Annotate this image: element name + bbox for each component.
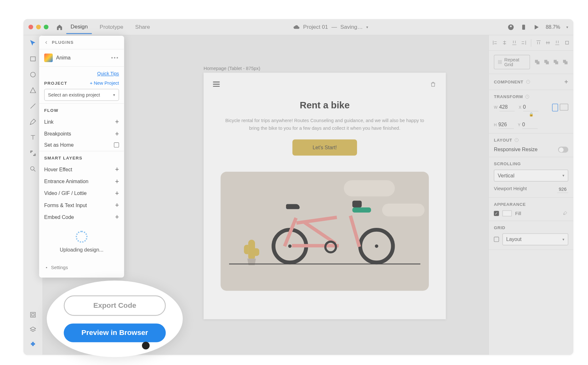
align-tools[interactable]	[489, 35, 574, 50]
plugins-icon[interactable]	[29, 341, 37, 350]
tab-prototype[interactable]: Prototype	[96, 20, 128, 34]
hero-illustration	[220, 172, 429, 291]
new-project-link[interactable]: + New Project	[90, 80, 119, 85]
artboard-tool[interactable]	[29, 150, 37, 159]
quick-tips-link[interactable]: Quick Tips	[97, 71, 119, 76]
cloud-icon	[293, 24, 300, 30]
play-icon[interactable]	[533, 24, 540, 30]
svg-rect-10	[498, 62, 499, 64]
chevron-down-icon[interactable]: ▾	[366, 25, 368, 29]
orientation-toggle[interactable]	[552, 104, 569, 111]
plugin-back[interactable]: PLUGINS	[39, 36, 124, 50]
assets-icon[interactable]	[29, 311, 37, 320]
layers-icon[interactable]	[29, 326, 37, 335]
anima-logo	[44, 54, 53, 62]
titlebar: Design Prototype Share Project 01 — Savi…	[23, 19, 573, 35]
hero-subtitle: Bicycle rental for trips anywhere! Route…	[220, 117, 429, 132]
fill-label: Fill	[515, 211, 521, 216]
tab-share[interactable]: Share	[131, 20, 154, 34]
chevron-down-icon[interactable]: ▾	[566, 25, 569, 29]
cursor-dot	[142, 342, 150, 349]
pen-tool[interactable]	[29, 118, 37, 127]
artboard[interactable]: Rent a bike Bicycle rental for trips any…	[204, 73, 446, 319]
height-field[interactable]: 926	[498, 121, 514, 129]
bike-illustration	[272, 201, 395, 265]
viewport-height-field[interactable]: 926	[557, 186, 568, 193]
uploading-status: Uploading design...	[39, 245, 124, 261]
add-component-button[interactable]: +	[564, 78, 568, 86]
fill-swatch[interactable]	[502, 210, 512, 216]
svg-point-1	[510, 25, 512, 27]
zoom-tool[interactable]	[29, 165, 37, 174]
svg-point-5	[31, 167, 34, 170]
flow-link[interactable]: Link+	[44, 116, 119, 128]
line-tool[interactable]	[29, 103, 37, 112]
responsive-toggle[interactable]	[558, 147, 568, 153]
project-name: Project 01	[303, 24, 328, 30]
property-panel: Repeat Grid COMPONENT +	[488, 35, 573, 355]
text-tool[interactable]	[29, 134, 37, 143]
plugin-name: Anima	[56, 55, 71, 61]
width-field[interactable]: 428	[499, 103, 514, 111]
transform-section: TRANSFORM	[494, 94, 568, 99]
viewport-height-label: Viewport Height	[494, 186, 527, 193]
component-section: COMPONENT +	[494, 78, 568, 86]
flow-set-home[interactable]: Set as Home	[44, 140, 119, 150]
cta-button: Let's Start!	[292, 139, 357, 156]
spinner-icon	[76, 231, 88, 243]
repeat-grid-button[interactable]: Repeat Grid	[494, 55, 530, 69]
svg-rect-9	[500, 60, 502, 62]
export-code-button[interactable]: Export Code	[64, 295, 166, 316]
flow-label: FLOW	[44, 108, 119, 113]
responsive-resize-label: Responsive Resize	[494, 147, 538, 153]
svg-rect-3	[31, 57, 35, 61]
eyedropper-icon[interactable]	[563, 210, 568, 216]
home-icon[interactable]	[56, 24, 63, 30]
project-select[interactable]: Select an existing project▾	[44, 89, 119, 101]
smart-forms[interactable]: Forms & Text Input+	[44, 199, 119, 211]
polygon-tool[interactable]	[29, 87, 37, 96]
plugin-settings[interactable]: Settings	[39, 261, 124, 273]
flow-breakpoints[interactable]: Breakpoints+	[44, 128, 119, 140]
svg-rect-8	[498, 60, 499, 62]
more-icon[interactable]: •••	[111, 55, 119, 61]
x-field[interactable]: 0	[523, 103, 538, 111]
hero-title: Rent a bike	[220, 100, 429, 111]
grid-dropdown[interactable]: Layout▾	[502, 233, 568, 245]
hamburger-icon	[213, 82, 220, 87]
plugin-panel: PLUGINS Anima ••• Quick Tips PROJECT + N…	[39, 36, 124, 278]
smart-hover[interactable]: Hover Effect+	[44, 164, 119, 175]
svg-rect-7	[32, 314, 34, 316]
window-controls[interactable]	[28, 25, 49, 29]
y-field[interactable]: 0	[522, 121, 538, 129]
boolean-ops[interactable]	[534, 59, 568, 65]
zoom-level[interactable]: 88.7%	[546, 24, 560, 30]
smart-embed[interactable]: Embed Code+	[44, 211, 119, 223]
bag-icon	[430, 80, 437, 88]
smart-video[interactable]: Video / GIF / Lottie+	[44, 188, 119, 199]
ellipse-tool[interactable]	[29, 71, 37, 80]
svg-rect-6	[31, 312, 35, 317]
svg-rect-11	[500, 62, 502, 64]
smart-entrance[interactable]: Entrance Animation+	[44, 175, 119, 187]
lock-icon[interactable]: 🔒	[494, 112, 568, 116]
select-tool[interactable]	[29, 40, 37, 49]
fill-checkbox[interactable]: ✓	[494, 211, 499, 216]
project-label: PROJECT	[44, 81, 67, 85]
preview-browser-button[interactable]: Preview in Browser	[64, 323, 166, 342]
artboard-label[interactable]: Homepage (Tablet - 875px)	[204, 66, 260, 71]
scrolling-dropdown[interactable]: Vertical▾	[494, 170, 568, 182]
save-status: Saving…	[340, 24, 363, 30]
svg-point-23	[46, 267, 47, 268]
svg-rect-19	[565, 61, 568, 64]
device-icon[interactable]	[520, 24, 527, 30]
svg-rect-15	[546, 61, 549, 64]
grid-checkbox[interactable]	[494, 237, 499, 242]
svg-point-4	[31, 72, 35, 77]
tab-design[interactable]: Design	[66, 20, 92, 34]
avatar-icon[interactable]	[507, 24, 514, 30]
rectangle-tool[interactable]	[29, 55, 37, 64]
smart-layers-label: SMART LAYERS	[44, 156, 119, 160]
svg-rect-17	[555, 61, 558, 64]
svg-rect-2	[522, 24, 525, 29]
